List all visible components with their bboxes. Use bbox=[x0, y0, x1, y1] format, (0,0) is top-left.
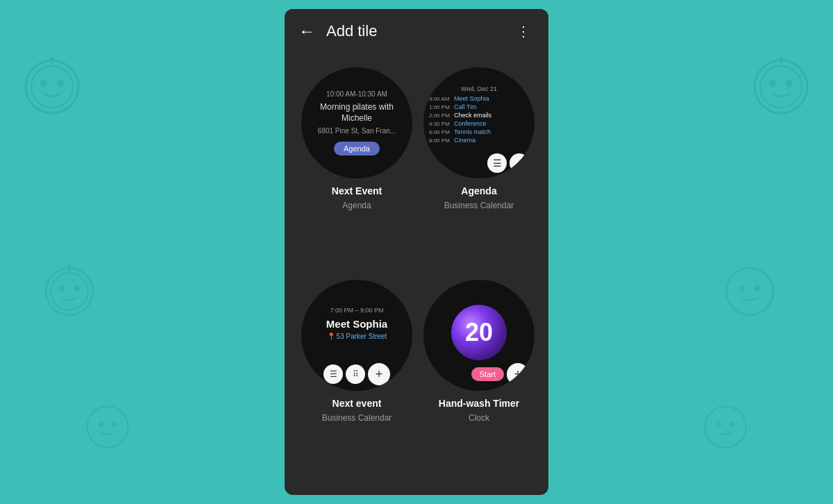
agenda-row-1: 1:00 PM Call Tim bbox=[429, 103, 529, 110]
svg-point-0 bbox=[26, 60, 78, 113]
more-options-button[interactable]: ⋮ bbox=[512, 20, 535, 42]
tiles-grid: 10:00 AM-10:30 AM Morning pilates with M… bbox=[285, 53, 548, 495]
deco-icon-5 bbox=[722, 264, 777, 322]
tile-agenda[interactable]: Wed, Dec 21 9:00 AM Meet Sophia 1:00 PM … bbox=[418, 59, 540, 271]
ne-title: Morning pilates with Michelle bbox=[312, 102, 401, 124]
tile-label-primary-3: Next event bbox=[333, 398, 382, 409]
agenda-date: Wed, Dec 21 bbox=[429, 85, 529, 92]
svg-point-8 bbox=[59, 285, 65, 292]
page-title: Add tile bbox=[326, 22, 501, 40]
watch-face-next-event: 10:00 AM-10:30 AM Morning pilates with M… bbox=[301, 67, 412, 178]
main-card: ← Add tile ⋮ 10:00 AM-10:30 AM Morning p… bbox=[285, 9, 548, 495]
start-button[interactable]: Start bbox=[471, 367, 504, 381]
svg-point-13 bbox=[99, 421, 104, 427]
location-pin-icon: 📍 bbox=[327, 333, 335, 340]
ne-location: 6801 Pine St, San Fran... bbox=[318, 127, 396, 135]
tile-label-primary-2: Agenda bbox=[461, 185, 496, 196]
tile-next-event-2[interactable]: 7:00 PM – 9:00 PM Meet Sophia 📍 53 Parke… bbox=[296, 271, 418, 484]
agenda-controls: ☰ + bbox=[487, 153, 529, 173]
handwash-controls: Start + bbox=[471, 363, 529, 385]
svg-point-12 bbox=[87, 406, 128, 447]
ne2-add-button[interactable]: + bbox=[368, 363, 390, 385]
ne2-controls: ☰ ⠿ + bbox=[323, 363, 390, 385]
agenda-event-0: Meet Sophia bbox=[454, 95, 489, 102]
agenda-list-button[interactable]: ☰ bbox=[487, 153, 507, 173]
deco-icon-4 bbox=[750, 56, 812, 121]
svg-point-21 bbox=[726, 268, 773, 315]
deco-icon-1 bbox=[21, 56, 83, 121]
deco-dots-4: · · · bbox=[696, 451, 708, 461]
svg-point-23 bbox=[754, 285, 760, 292]
svg-point-14 bbox=[111, 421, 117, 427]
agenda-time-0: 9:00 AM bbox=[429, 96, 451, 102]
tile-label-secondary-1: Agenda bbox=[342, 201, 371, 210]
tile-label-primary-1: Next Event bbox=[332, 185, 382, 196]
deco-icon-6 bbox=[701, 403, 750, 454]
agenda-time-1: 1:00 PM bbox=[429, 104, 451, 110]
agenda-row-3: 4:30 PM Conference bbox=[429, 120, 529, 127]
svg-point-16 bbox=[760, 66, 802, 108]
svg-point-1 bbox=[31, 66, 73, 108]
watch-face-next-event-2: 7:00 PM – 9:00 PM Meet Sophia 📍 53 Parke… bbox=[301, 280, 412, 391]
agenda-time-4: 6:00 PM bbox=[429, 129, 451, 135]
watch-face-agenda: Wed, Dec 21 9:00 AM Meet Sophia 1:00 PM … bbox=[423, 67, 535, 178]
svg-point-5 bbox=[50, 57, 54, 61]
ne2-time: 7:00 PM – 9:00 PM bbox=[326, 307, 387, 314]
ne2-title: Meet Sophia bbox=[326, 318, 387, 330]
watch-face-handwash: 20 Start + bbox=[423, 280, 535, 391]
deco-icon-2 bbox=[42, 264, 97, 322]
agenda-event-3: Conference bbox=[454, 120, 487, 127]
svg-point-17 bbox=[769, 80, 776, 87]
agenda-button[interactable]: Agenda bbox=[334, 142, 380, 156]
svg-point-2 bbox=[40, 80, 47, 87]
agenda-add-button[interactable]: + bbox=[510, 153, 529, 173]
svg-point-11 bbox=[67, 265, 71, 269]
svg-point-18 bbox=[786, 80, 793, 87]
ne2-grid-button[interactable]: ⠿ bbox=[346, 364, 365, 384]
handwash-add-button[interactable]: + bbox=[507, 363, 529, 385]
tile-label-primary-4: Hand-wash Timer bbox=[439, 398, 519, 409]
tile-handwash[interactable]: 20 Start + Hand-wash Timer Clock bbox=[418, 271, 540, 484]
back-button[interactable]: ← bbox=[298, 23, 315, 40]
agenda-time-3: 4:30 PM bbox=[429, 121, 451, 127]
deco-dots-1: · · · bbox=[14, 139, 26, 149]
agenda-row-4: 6:00 PM Tennis match bbox=[429, 128, 529, 135]
agenda-row-5: 8:00 PM Cinema bbox=[429, 137, 529, 144]
deco-icon-3 bbox=[83, 403, 132, 454]
svg-point-22 bbox=[739, 285, 746, 292]
deco-dots-3: · · · bbox=[125, 451, 137, 461]
timer-bubble: 20 bbox=[451, 305, 507, 360]
tile-label-secondary-3: Business Calendar bbox=[322, 413, 392, 423]
agenda-event-4: Tennis match bbox=[454, 128, 491, 135]
agenda-time-5: 8:00 PM bbox=[429, 137, 451, 144]
agenda-event-2: Check emails bbox=[454, 112, 491, 119]
svg-point-3 bbox=[57, 80, 64, 87]
ne-time: 10:00 AM-10:30 AM bbox=[326, 90, 387, 98]
svg-point-7 bbox=[51, 273, 87, 310]
agenda-time-2: 2:00 PM bbox=[429, 112, 451, 119]
header: ← Add tile ⋮ bbox=[285, 9, 548, 53]
svg-point-25 bbox=[716, 421, 722, 427]
svg-point-26 bbox=[729, 421, 734, 427]
svg-point-6 bbox=[46, 268, 93, 315]
tile-next-event[interactable]: 10:00 AM-10:30 AM Morning pilates with M… bbox=[296, 59, 418, 271]
tile-label-secondary-4: Clock bbox=[469, 413, 489, 423]
ne2-location: 📍 53 Parker Street bbox=[326, 333, 387, 340]
deco-dots-2: · · · bbox=[807, 208, 819, 218]
agenda-row-2: 2:00 PM Check emails bbox=[429, 112, 529, 119]
ne2-list-button[interactable]: ☰ bbox=[323, 364, 343, 384]
agenda-event-5: Cinema bbox=[454, 137, 476, 144]
svg-point-24 bbox=[705, 406, 746, 447]
svg-point-9 bbox=[74, 285, 80, 292]
svg-point-20 bbox=[779, 57, 783, 61]
tile-label-secondary-2: Business Calendar bbox=[444, 201, 514, 210]
timer-number: 20 bbox=[465, 318, 493, 347]
agenda-event-1: Call Tim bbox=[454, 103, 477, 110]
agenda-row-0: 9:00 AM Meet Sophia bbox=[429, 95, 529, 102]
svg-point-15 bbox=[755, 60, 807, 113]
